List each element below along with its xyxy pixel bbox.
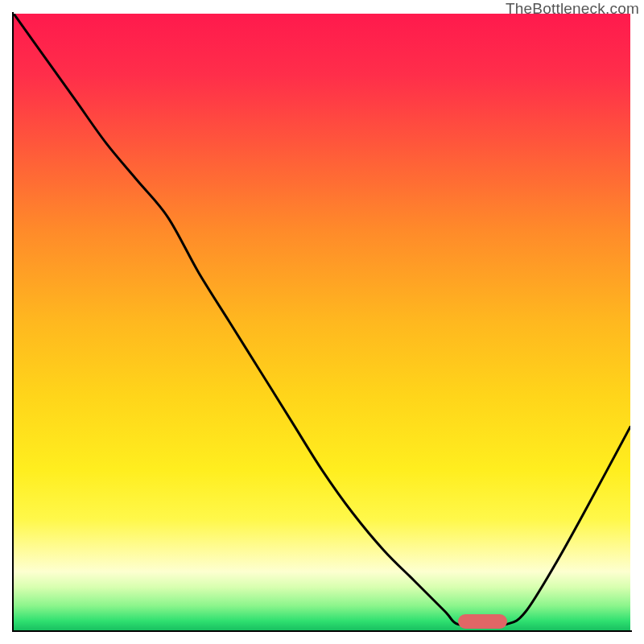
bottleneck-curve bbox=[14, 14, 630, 630]
y-axis bbox=[12, 12, 14, 632]
plot-area bbox=[14, 14, 630, 630]
optimal-range-marker bbox=[458, 614, 507, 629]
chart-canvas: TheBottleneck.com bbox=[0, 0, 644, 644]
x-axis bbox=[12, 630, 632, 632]
